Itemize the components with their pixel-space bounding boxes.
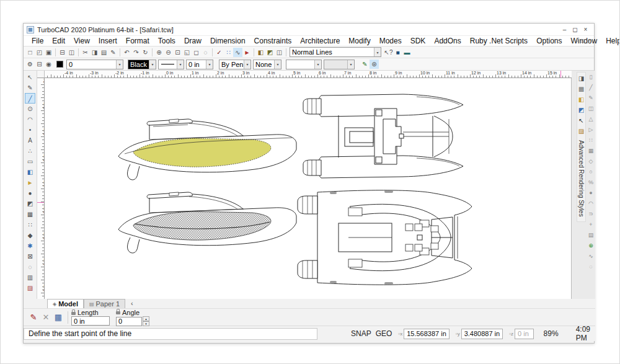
workspace-icon[interactable]: ◧ [256, 48, 265, 57]
zoom-out-icon[interactable]: ⊖ [164, 48, 173, 57]
menu-insert[interactable]: Insert [94, 37, 122, 45]
menu-edit[interactable]: Edit [48, 37, 69, 45]
y-coordinate-field[interactable]: 3.480887 in [461, 329, 503, 339]
arc-tool[interactable]: ◠ [25, 114, 35, 125]
menu-options[interactable]: Options [532, 37, 566, 45]
render-draft-icon[interactable]: ◧ [577, 94, 585, 105]
save-icon[interactable]: ▣ [44, 48, 53, 57]
menu-draw[interactable]: Draw [180, 37, 206, 45]
zoom-previous-icon[interactable]: ◌ [201, 48, 210, 57]
mdi-close-button[interactable]: × [588, 36, 591, 46]
mdi-restore-button[interactable]: ◱ [581, 36, 586, 46]
tab-paper-1[interactable]: ▤ Paper 1 [84, 299, 125, 308]
render-wireframe-icon[interactable]: ◨ [577, 73, 585, 84]
horizontal-ruler[interactable]: -4 in-3 in-2 in-1 in0 in1 in2 in3 in4 in… [45, 71, 572, 78]
layers-tool[interactable]: ▥ [25, 272, 35, 283]
chevron-down-icon[interactable]: ▾ [314, 60, 321, 69]
menu-sdk[interactable]: SDK [406, 37, 430, 45]
hatch-tool-icon[interactable]: ╱ [587, 82, 595, 93]
box-3d-tool[interactable]: ◩ [25, 198, 35, 209]
copy-icon[interactable]: ◨ [90, 48, 99, 57]
angle-input[interactable] [116, 317, 142, 326]
catamaran-top-view-deck[interactable] [294, 189, 475, 286]
zoom-page-icon[interactable]: ◱ [182, 48, 192, 57]
lock-icon[interactable] [71, 312, 76, 315]
spline-tool-icon[interactable]: ∿ [587, 251, 595, 262]
pen-style-selector[interactable]: By Pen ▾ [219, 60, 251, 69]
chevron-down-icon[interactable]: ▾ [116, 60, 123, 69]
insert-block-tool[interactable]: ◧ [25, 167, 35, 177]
select-tool[interactable]: ↖ [25, 72, 35, 82]
sphere-tool-icon[interactable]: ● [587, 188, 595, 198]
solid-tool[interactable]: ◆ [25, 230, 35, 241]
box-tool-icon[interactable]: ▯ [587, 72, 595, 82]
circle-tool[interactable]: ⊙ [25, 104, 35, 114]
render-styles-icon[interactable]: ▨ [577, 126, 585, 136]
shapes-tool[interactable]: ▭ [25, 156, 35, 167]
gear-tool[interactable]: ✱ [25, 241, 35, 251]
select-cursor-icon[interactable]: ↖ [577, 115, 585, 126]
sheet-tool-icon[interactable]: ▦ [587, 146, 595, 156]
lock-icon[interactable] [116, 311, 120, 314]
format-brush-icon[interactable]: ✎ [108, 48, 118, 57]
zoom-window-icon[interactable]: ⊡ [173, 48, 182, 57]
console-icon[interactable]: ▬ [402, 48, 412, 57]
paint-tool[interactable]: ▨ [25, 283, 35, 293]
marquee-tool-icon[interactable]: ◌ [587, 262, 595, 272]
undo-icon[interactable]: ↶ [122, 48, 131, 57]
empty-selector-2[interactable]: ▾ [324, 60, 355, 69]
apply-style-icon[interactable]: ⊛ [370, 60, 379, 69]
sketch-tool[interactable]: ✎ [25, 82, 35, 93]
visibility-icon[interactable]: ◉ [44, 60, 53, 69]
menu-file[interactable]: File [27, 37, 48, 45]
paste-icon[interactable]: ▤ [99, 48, 108, 57]
chevron-down-icon[interactable]: ▾ [274, 60, 281, 69]
chevron-down-icon[interactable]: ▾ [177, 60, 184, 69]
menu-view[interactable]: View [69, 37, 94, 45]
menu-help[interactable]: Help [601, 37, 620, 45]
drawing-canvas[interactable] [45, 78, 572, 299]
angle-spinner-up[interactable]: ▴ [143, 316, 149, 321]
pen-tool-icon[interactable]: ✎ [587, 93, 595, 104]
boat-side-view-filled[interactable] [115, 114, 301, 182]
length-input[interactable] [71, 316, 110, 326]
render-hidden-line-icon[interactable]: ▩ [577, 84, 585, 94]
prism-tool-icon[interactable]: ▷ [587, 125, 595, 135]
line-tool[interactable]: ╱ [25, 93, 35, 104]
open-file-icon[interactable]: ◰ [35, 48, 44, 57]
redo-icon[interactable]: ↷ [131, 48, 141, 57]
clear-icon[interactable]: ✕ [40, 311, 52, 324]
options-icon[interactable]: ◩ [265, 48, 275, 57]
arc-tool-icon[interactable]: ◠ [587, 198, 595, 209]
line-pattern-selector[interactable]: ▾ [158, 60, 184, 69]
snap-toggle-icon[interactable]: ✓ [215, 48, 224, 57]
ruler-origin-corner[interactable] [37, 71, 45, 78]
menu-constraints[interactable]: Constraints [250, 37, 296, 45]
geo-toggle[interactable]: GEO [376, 329, 392, 338]
maximize-button[interactable]: ◻ [570, 24, 580, 35]
construction-tool[interactable]: ∴ [25, 146, 35, 156]
sphere-tool[interactable]: ● [25, 188, 35, 198]
current-color-swatch[interactable] [56, 61, 63, 68]
fill-pattern-selector[interactable]: None ▾ [253, 60, 281, 69]
properties-gear-icon[interactable]: ⚙ [25, 60, 35, 69]
menu-architecture[interactable]: Architecture [296, 37, 344, 45]
print-preview-icon[interactable]: ◫ [67, 48, 76, 57]
text-tool[interactable]: A [25, 135, 35, 146]
ghost-tool[interactable]: ◌ [25, 262, 35, 272]
chevron-down-icon[interactable]: ▾ [347, 60, 354, 69]
style-pen-icon[interactable]: ✎ [360, 60, 370, 69]
vertical-ruler[interactable]: 8 in7 in6 in5 in4 in3 in2 in1 in0 in [37, 78, 45, 299]
zoom-in-icon[interactable]: ⊕ [154, 48, 164, 57]
render-quality-icon[interactable]: ◩ [577, 105, 585, 115]
menu-addons[interactable]: AddOns [430, 37, 465, 45]
palette-icon[interactable]: ■ [393, 48, 402, 57]
chevron-down-icon[interactable]: ▾ [244, 60, 250, 69]
line-style-selector[interactable]: Normal Lines ▾ [290, 47, 381, 57]
new-file-icon[interactable]: □ [25, 48, 35, 57]
spline-edit-icon[interactable]: ∿ [233, 48, 242, 57]
menu-dimension[interactable]: Dimension [206, 37, 250, 45]
boat-side-view-hatched[interactable] [115, 187, 301, 255]
menu-modify[interactable]: Modify [344, 37, 374, 45]
x-coordinate-field[interactable]: 15.568387 in [404, 329, 450, 339]
